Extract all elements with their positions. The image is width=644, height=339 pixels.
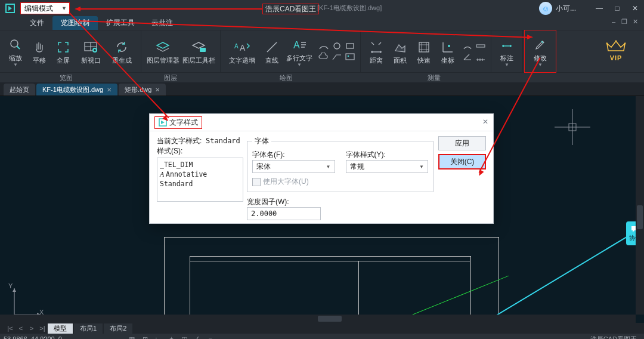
ortho-toggle[interactable]: ∟ [151, 335, 165, 339]
leader-icon[interactable] [332, 53, 342, 61]
app-title: 浩辰CAD看图王 [262, 4, 319, 14]
current-style-value: Standard [206, 137, 240, 145]
doc-minimize-icon[interactable]: – [608, 18, 619, 26]
snap-toggle[interactable]: ▦ [125, 335, 138, 340]
layer-manager-button[interactable]: 图层管理器 [145, 33, 181, 69]
distance-button[interactable]: 距离 [364, 33, 388, 69]
drawing-line [190, 261, 470, 261]
svg-rect-11 [419, 42, 429, 52]
tab-doc-1[interactable]: KF-1电缆敷设图.dwg✕ [36, 84, 117, 95]
svg-point-7 [334, 43, 340, 49]
chevron-down-icon: ▼ [538, 62, 543, 67]
menu-file[interactable]: 文件 [21, 16, 52, 30]
group-layer-label: 图层 [132, 73, 209, 82]
tab-start[interactable]: 起始页 [4, 84, 35, 95]
coord-icon [441, 38, 455, 56]
fullscreen-icon [56, 38, 70, 56]
coord-button[interactable]: 坐标 [436, 33, 460, 69]
user-name[interactable]: 小可... [556, 4, 576, 14]
mtext-button[interactable]: A多行文字▼ [284, 33, 315, 69]
layer-toolbar-button[interactable]: 图层工具栏 [181, 33, 216, 69]
window-minimize-button[interactable]: — [590, 0, 608, 17]
circle-icon[interactable] [332, 42, 342, 50]
regen-button[interactable]: 重生成 [106, 33, 137, 69]
grid-toggle[interactable]: ⊞ [138, 335, 151, 340]
layout-prev-icon[interactable]: < [16, 325, 26, 332]
new-viewport-button[interactable]: 新视口 [75, 33, 106, 69]
chevron-down-icon: ▼ [419, 164, 424, 170]
text-style-dialog: 文字样式 ✕ 当前文字样式: Standard 样式(S): _TEL_DIM … [149, 113, 494, 224]
status-coords: 53.9866, 44.9200, 0 [4, 335, 62, 339]
line-icon [265, 38, 279, 56]
group-view-label: 览图 [0, 73, 132, 82]
list-item: AAnnotative [160, 170, 240, 179]
track-toggle[interactable]: ∠ [191, 335, 204, 340]
area-button[interactable]: 面积 [388, 33, 412, 69]
svg-text:A: A [240, 43, 246, 53]
window-close-button[interactable]: ✕ [626, 0, 644, 17]
group-meas-label: 测量 [364, 73, 504, 82]
rect-icon[interactable] [345, 42, 355, 50]
svg-point-16 [624, 43, 626, 45]
svg-text:A: A [234, 43, 239, 50]
user-avatar[interactable]: ☺ [539, 2, 552, 15]
distance-icon [369, 38, 383, 56]
arc-length-icon[interactable] [462, 42, 473, 50]
lineweight-toggle[interactable]: ≡ [204, 335, 217, 339]
vertical-scrollbar[interactable] [636, 96, 644, 315]
layout-last-icon[interactable]: >| [37, 325, 48, 332]
chevron-down-icon: ▼ [326, 164, 331, 170]
layout-first-icon[interactable]: |< [5, 325, 16, 332]
doc-close-icon[interactable]: ✕ [630, 18, 640, 26]
image-icon[interactable] [345, 53, 355, 61]
dim-button[interactable]: 标注▼ [495, 33, 519, 69]
chevron-down-icon: ▼ [61, 5, 67, 11]
style-listbox[interactable]: _TEL_DIM AAnnotative Standard [157, 158, 243, 202]
ruler-icon[interactable] [475, 42, 486, 50]
osnap-toggle[interactable]: ◫ [178, 335, 191, 340]
angle-icon[interactable] [462, 53, 473, 61]
group-draw-label: 绘图 [209, 73, 364, 82]
layout-2-tab[interactable]: 布局2 [104, 323, 132, 334]
svg-text:A: A [293, 40, 300, 50]
text-increment-button[interactable]: AA文字递增 [224, 33, 260, 69]
horizontal-scrollbar[interactable] [0, 315, 636, 323]
close-button[interactable]: 关闭(C) [438, 154, 486, 170]
scale-icon[interactable] [475, 53, 486, 61]
regen-icon [114, 38, 129, 56]
polar-toggle[interactable]: ✶ [165, 335, 178, 340]
fullscreen-button[interactable]: 全屏 [51, 33, 75, 69]
svg-rect-9 [346, 54, 354, 60]
quick-measure-button[interactable]: 快速 [412, 33, 436, 69]
mtext-icon: A [292, 36, 307, 54]
mode-label: 编辑模式 [24, 4, 53, 14]
layout-next-icon[interactable]: > [26, 325, 37, 332]
dialog-close-button[interactable]: ✕ [482, 118, 488, 126]
font-name-select[interactable]: 宋体▼ [252, 160, 335, 173]
vip-badge[interactable]: VIP [596, 33, 636, 69]
layout-1-tab[interactable]: 布局1 [74, 323, 103, 334]
list-item: Standard [160, 179, 240, 189]
zoom-button[interactable]: 缩放▼ [4, 33, 27, 69]
doc-restore-icon[interactable]: ❐ [619, 18, 630, 26]
current-style-label: 当前文字样式: [157, 137, 202, 145]
bigfont-label: 使用大字体(U) [263, 177, 309, 187]
area-icon [393, 38, 407, 56]
font-style-select[interactable]: 常规▼ [346, 160, 429, 173]
cloud-icon[interactable] [318, 53, 329, 61]
width-factor-label: 宽度因子(W): [247, 197, 434, 207]
modify-icon [533, 36, 547, 54]
title-doc: [KF-1电缆敷设图.dwg] [317, 4, 382, 13]
apply-button[interactable]: 应用 [438, 136, 486, 150]
close-icon[interactable]: ✕ [155, 87, 160, 93]
arc-icon[interactable] [318, 42, 329, 50]
window-maximize-button[interactable]: □ [608, 0, 626, 17]
width-factor-input[interactable]: 2.0000 [247, 207, 321, 220]
layout-model-tab[interactable]: 模型 [48, 323, 73, 334]
chevron-down-icon: ▼ [297, 62, 302, 67]
dialog-title: 文字样式 [154, 116, 202, 129]
line-button[interactable]: 直线 [260, 33, 284, 69]
mode-dropdown[interactable]: 编辑模式 ▼ [20, 2, 70, 14]
pan-button[interactable]: 平移 [27, 33, 51, 69]
close-icon[interactable]: ✕ [107, 87, 112, 93]
